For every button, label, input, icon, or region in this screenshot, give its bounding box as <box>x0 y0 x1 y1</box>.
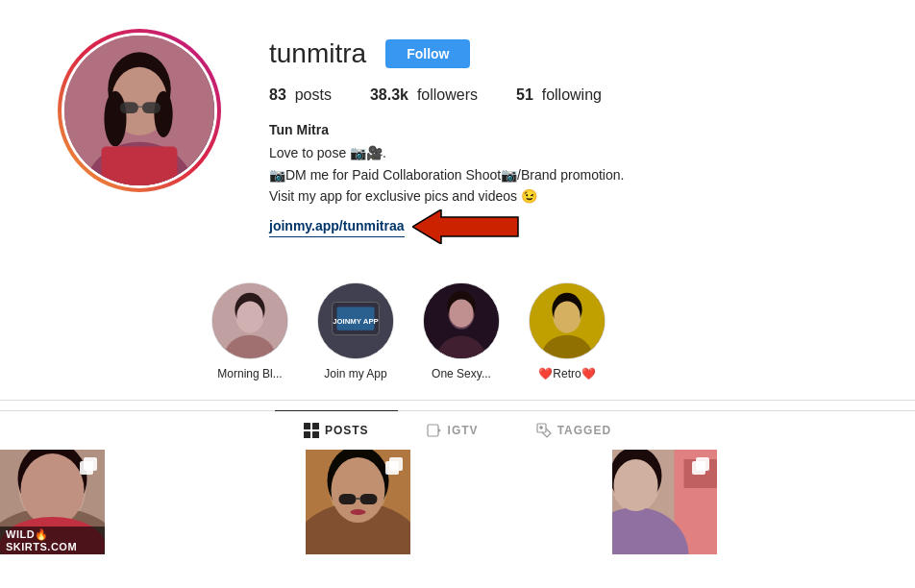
svg-rect-11 <box>102 147 178 185</box>
svg-point-27 <box>449 299 473 327</box>
tab-igtv-label: IGTV <box>448 424 479 437</box>
follow-button[interactable]: Follow <box>385 39 470 68</box>
story-item-2[interactable]: JOINMY APP Join my App <box>317 282 394 380</box>
tab-posts[interactable]: POSTS <box>275 410 398 450</box>
bio-section: Tun Mitra Love to pose 📷🎥. 📷DM me for Pa… <box>269 119 877 244</box>
multiple-posts-icon-1 <box>80 457 97 475</box>
bio-link[interactable]: joinmy.app/tunmitraa <box>269 215 405 237</box>
username-row: tunmitra Follow <box>269 38 877 69</box>
svg-rect-48 <box>80 461 93 475</box>
igtv-icon <box>427 423 442 438</box>
username: tunmitra <box>269 38 366 69</box>
multiple-posts-icon-2 <box>385 457 403 475</box>
stories-section: Morning Bl... JOINMY APP Join my App One… <box>0 263 915 401</box>
story-label-3: One Sexy... <box>432 367 491 380</box>
svg-point-18 <box>236 301 262 331</box>
svg-rect-37 <box>428 425 438 436</box>
story-label-1: Morning Bl... <box>217 367 282 380</box>
story-item-1[interactable]: Morning Bl... <box>211 282 288 380</box>
svg-marker-38 <box>438 429 441 432</box>
tagged-icon <box>536 423 552 438</box>
svg-rect-54 <box>339 494 357 504</box>
grid-item-2[interactable] <box>306 450 410 554</box>
svg-point-40 <box>539 426 541 428</box>
svg-rect-36 <box>312 431 319 438</box>
bio-line-2: 📷DM me for Paid Collaboration Shoot📷/Bra… <box>269 164 877 185</box>
grid-item-3[interactable] <box>612 450 717 554</box>
stats-row: 83 posts 38.3k followers 51 following <box>269 86 877 104</box>
bio-line-3: Visit my app for exclusive pics and vide… <box>269 185 877 207</box>
bio-line-1: Love to pose 📷🎥. <box>269 142 877 163</box>
svg-rect-9 <box>142 102 161 113</box>
profile-section: tunmitra Follow 83 posts 38.3k followers… <box>0 0 915 263</box>
multiple-posts-icon-3 <box>692 457 709 475</box>
story-label-4: ❤️Retro❤️ <box>538 367 595 380</box>
svg-point-32 <box>554 301 580 331</box>
profile-info: tunmitra Follow 83 posts 38.3k followers… <box>269 29 877 244</box>
svg-text:JOINMY APP: JOINMY APP <box>333 316 379 325</box>
svg-point-6 <box>104 91 126 147</box>
bio-name: Tun Mitra <box>269 119 877 140</box>
tab-posts-label: POSTS <box>325 424 369 437</box>
avatar <box>62 33 217 188</box>
arrow-icon <box>412 209 528 244</box>
story-circle-2: JOINMY APP <box>317 282 394 359</box>
story-label-2: Join my App <box>324 367 386 380</box>
avatar-wrapper <box>58 29 221 192</box>
svg-rect-59 <box>385 461 399 475</box>
grid-section: WILD🔥SKIRTS.COM <box>0 450 915 554</box>
tab-tagged[interactable]: TAGGED <box>507 410 640 450</box>
svg-rect-8 <box>120 102 138 113</box>
posts-icon <box>304 423 319 438</box>
following-stat: 51 following <box>516 86 602 104</box>
tabs-section: POSTS IGTV TAGGED <box>0 410 915 450</box>
svg-point-57 <box>351 509 366 515</box>
grid-item-1[interactable]: WILD🔥SKIRTS.COM <box>0 450 105 554</box>
story-item-3[interactable]: One Sexy... <box>423 282 500 380</box>
svg-rect-55 <box>360 494 378 504</box>
story-circle-4 <box>529 282 606 359</box>
story-item-4[interactable]: ❤️Retro❤️ <box>529 282 606 380</box>
watermark-1: WILD🔥SKIRTS.COM <box>0 527 105 554</box>
svg-marker-12 <box>412 209 518 244</box>
svg-point-45 <box>21 453 85 527</box>
followers-stat: 38.3k followers <box>370 86 478 104</box>
svg-point-7 <box>154 91 172 137</box>
tab-igtv[interactable]: IGTV <box>398 410 507 450</box>
posts-stat: 83 posts <box>269 86 332 104</box>
svg-rect-69 <box>692 461 705 475</box>
svg-rect-33 <box>304 423 310 429</box>
svg-point-67 <box>613 459 657 511</box>
story-circle-3 <box>423 282 500 359</box>
story-circle-1 <box>211 282 288 359</box>
svg-rect-35 <box>304 431 310 438</box>
tab-tagged-label: TAGGED <box>557 424 611 437</box>
svg-rect-34 <box>312 423 319 429</box>
bio-link-row: joinmy.app/tunmitraa <box>269 209 877 244</box>
